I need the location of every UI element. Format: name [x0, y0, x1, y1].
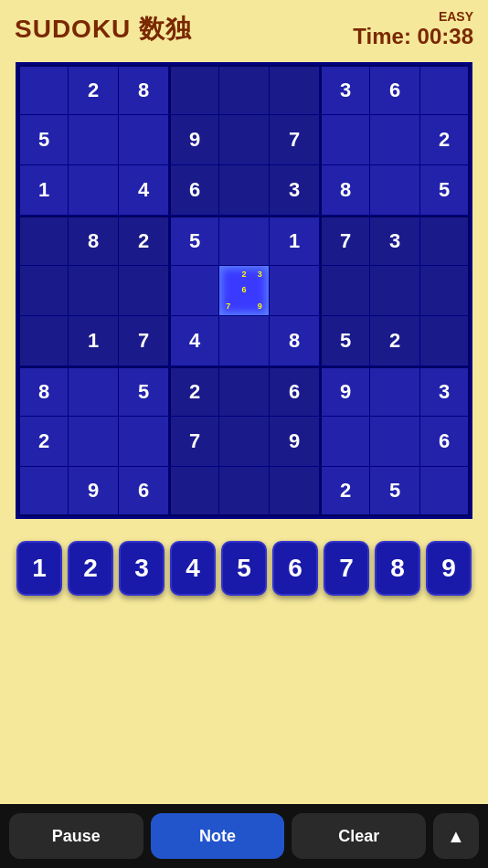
cell[interactable] [119, 115, 168, 164]
cell[interactable] [219, 216, 269, 265]
note-digit: 9 [252, 299, 268, 314]
cell[interactable]: 1 [69, 316, 118, 365]
cell[interactable] [270, 266, 319, 315]
cell[interactable] [270, 467, 319, 516]
cell[interactable]: 5 [119, 366, 168, 416]
cell[interactable]: 6 [270, 366, 319, 416]
cell[interactable]: 3 [370, 216, 419, 265]
number-button-7[interactable]: 7 [324, 541, 369, 596]
cell[interactable] [219, 467, 269, 516]
cell[interactable] [320, 417, 369, 466]
cell[interactable] [69, 417, 118, 466]
cell[interactable]: 8 [69, 216, 118, 265]
cell[interactable] [169, 65, 218, 114]
cell[interactable]: 6 [370, 65, 419, 114]
number-button-1[interactable]: 1 [16, 541, 62, 596]
cell[interactable] [219, 366, 269, 416]
cell[interactable]: 6 [119, 467, 168, 516]
cell[interactable]: 8 [119, 65, 168, 114]
cell[interactable]: 1 [18, 165, 68, 215]
cell[interactable]: 8 [320, 165, 369, 215]
difficulty-label: EASY [353, 9, 473, 24]
cell[interactable]: 7 [169, 417, 218, 466]
cell[interactable]: 5 [169, 216, 218, 265]
number-button-4[interactable]: 4 [170, 541, 216, 596]
cell[interactable] [420, 467, 470, 516]
cell[interactable] [18, 266, 68, 315]
cell[interactable] [69, 366, 118, 416]
cell[interactable] [219, 115, 269, 164]
cell[interactable] [370, 366, 419, 416]
cell[interactable]: 7 [270, 115, 319, 164]
cell[interactable]: 8 [270, 316, 319, 365]
cell[interactable] [219, 165, 269, 215]
number-button-9[interactable]: 9 [426, 541, 472, 596]
up-button[interactable]: ▲ [433, 813, 479, 859]
cell[interactable] [320, 266, 369, 315]
pause-button[interactable]: Pause [9, 813, 143, 859]
cell[interactable] [219, 316, 269, 365]
number-button-8[interactable]: 8 [375, 541, 420, 596]
cell[interactable]: 9 [169, 115, 218, 164]
cell[interactable]: 2 [169, 366, 218, 416]
cell[interactable]: 6 [420, 417, 470, 466]
cell[interactable]: 9 [270, 417, 319, 466]
cell[interactable]: 2 [370, 316, 419, 365]
cell[interactable]: 3 [270, 165, 319, 215]
cell[interactable] [370, 165, 419, 215]
cell[interactable] [69, 165, 118, 215]
cell[interactable] [18, 65, 68, 114]
cell[interactable] [69, 266, 118, 315]
note-button[interactable]: Note [151, 813, 285, 859]
cell[interactable] [219, 65, 269, 114]
number-button-6[interactable]: 6 [272, 541, 318, 596]
cell[interactable] [370, 115, 419, 164]
bottom-controls: Pause Note Clear ▲ [0, 804, 488, 868]
cell[interactable]: 2 [420, 115, 470, 164]
cell[interactable]: 4 [119, 165, 168, 215]
note-digit: 3 [252, 267, 268, 282]
cell[interactable] [320, 115, 369, 164]
cell[interactable]: 9 [69, 467, 118, 516]
cell[interactable]: 2 [320, 467, 369, 516]
number-button-5[interactable]: 5 [221, 541, 267, 596]
cell[interactable] [420, 266, 470, 315]
cell[interactable]: 1 [270, 216, 319, 265]
cell[interactable] [69, 115, 118, 164]
cell[interactable]: 3 [320, 65, 369, 114]
cell[interactable]: 5 [18, 115, 68, 164]
cell[interactable] [370, 417, 419, 466]
cell[interactable]: 7 [119, 316, 168, 365]
cell[interactable] [119, 417, 168, 466]
cell[interactable]: 3 [420, 366, 470, 416]
cell[interactable] [420, 216, 470, 265]
number-button-2[interactable]: 2 [68, 541, 113, 596]
cell[interactable] [119, 266, 168, 315]
cell[interactable] [420, 65, 470, 114]
cell[interactable] [219, 417, 269, 466]
cell[interactable]: 8 [18, 366, 68, 416]
cell[interactable]: 2 [69, 65, 118, 114]
clear-button[interactable]: Clear [292, 813, 426, 859]
cell[interactable] [18, 216, 68, 265]
cell[interactable]: 9 [320, 366, 369, 416]
cell[interactable] [420, 316, 470, 365]
cell[interactable]: 4 [169, 316, 218, 365]
cell[interactable]: 2 [18, 417, 68, 466]
cell[interactable]: 5 [420, 165, 470, 215]
cell[interactable] [270, 65, 319, 114]
cell[interactable] [18, 467, 68, 516]
cell-value: 7 [138, 329, 149, 353]
cell[interactable] [370, 266, 419, 315]
cell[interactable] [169, 467, 218, 516]
cell[interactable]: 2 [119, 216, 168, 265]
cell[interactable]: 23679 [219, 266, 269, 315]
cell-value: 2 [189, 380, 200, 404]
cell[interactable] [18, 316, 68, 365]
cell[interactable]: 5 [370, 467, 419, 516]
number-button-3[interactable]: 3 [119, 541, 164, 596]
cell[interactable]: 7 [320, 216, 369, 265]
cell[interactable] [169, 266, 218, 315]
cell[interactable]: 5 [320, 316, 369, 365]
cell[interactable]: 6 [169, 165, 218, 215]
